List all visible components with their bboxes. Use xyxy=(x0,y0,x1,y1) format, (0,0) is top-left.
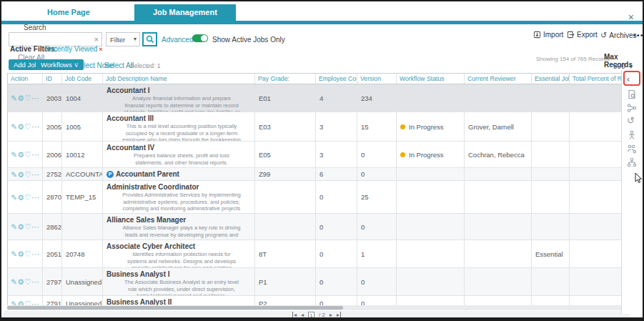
edit-icon[interactable]: ✎ xyxy=(11,277,17,286)
heart-icon[interactable]: ♡ xyxy=(24,222,31,231)
col-total-percent-remote[interactable]: Total Percent of Remote xyxy=(570,74,624,84)
table-row[interactable]: ✎⚙♡⋯ 2870 TEMP_15 Administrative Coordin… xyxy=(8,181,624,214)
edit-icon[interactable]: ✎ xyxy=(11,150,17,159)
filter-dropdown-value: Filter xyxy=(110,36,125,44)
next-page-button[interactable]: ▸ xyxy=(330,312,332,318)
row-description-cell: Accountant IV Prepares balance sheets, p… xyxy=(103,142,255,167)
col-current-reviewer[interactable]: Current Reviewer xyxy=(465,74,532,84)
edit-icon[interactable]: ✎ xyxy=(11,94,17,102)
col-employee-count[interactable]: Employee Count xyxy=(316,74,357,84)
col-action[interactable]: Action xyxy=(8,74,43,84)
row-essential-job xyxy=(532,112,570,141)
gear-icon[interactable]: ⚙ xyxy=(17,170,24,179)
col-workflow-status[interactable]: Workflow Status xyxy=(397,74,465,84)
col-job-code[interactable]: Job Code xyxy=(62,74,103,84)
tab-home-page[interactable]: Home Page xyxy=(29,4,109,21)
heart-icon[interactable]: ♡ xyxy=(24,94,31,102)
filter-chip-recently-viewed[interactable]: Recently Viewed× xyxy=(44,45,103,53)
table-row[interactable]: ✎⚙♡⋯ 2003 1004 Accountant I Analyze fina… xyxy=(8,84,624,112)
clear-search-icon[interactable]: × xyxy=(94,35,99,44)
gear-icon[interactable]: ⚙ xyxy=(17,94,24,102)
heart-icon[interactable]: ♡ xyxy=(24,122,31,131)
table-body: ✎⚙♡⋯ 2003 1004 Accountant I Analyze fina… xyxy=(8,84,624,309)
row-current-reviewer xyxy=(465,240,532,267)
import-label: Import xyxy=(543,31,563,39)
table-row[interactable]: ✎⚙♡⋯ 2006 10012 Accountant IV Prepares b… xyxy=(8,142,624,168)
workflow-icon[interactable] xyxy=(627,103,637,113)
show-active-jobs-toggle[interactable] xyxy=(192,34,208,42)
heart-icon[interactable]: ♡ xyxy=(24,170,31,179)
table-row[interactable]: ✎⚙♡⋯ 2051 20748 Associate Cyber Architec… xyxy=(8,240,624,268)
ellipsis-icon[interactable]: ⋯ xyxy=(31,193,39,202)
scrollbar-thumb[interactable] xyxy=(7,306,343,310)
gear-icon[interactable]: ⚙ xyxy=(17,150,24,159)
ellipsis-icon[interactable]: ⋯ xyxy=(31,122,39,131)
annotation-highlight xyxy=(623,71,640,86)
import-button[interactable]: Import xyxy=(533,31,563,39)
first-page-button[interactable]: ◂ xyxy=(292,312,297,318)
tab-job-management[interactable]: Job Management xyxy=(134,4,236,21)
row-workflow-status: In Progress xyxy=(397,112,465,141)
table-row[interactable]: ✎⚙♡⋯ 2005 1005 Accountant III This is a … xyxy=(8,112,624,142)
col-job-description-name[interactable]: Job Description Name xyxy=(103,74,255,84)
export-button[interactable]: Export xyxy=(567,31,598,39)
remove-filter-icon[interactable]: × xyxy=(99,46,102,53)
ellipsis-icon[interactable]: ⋯ xyxy=(31,94,39,102)
heart-icon[interactable]: ♡ xyxy=(24,150,31,159)
col-version[interactable]: Version xyxy=(357,74,397,84)
team-settings-icon[interactable] xyxy=(627,144,637,154)
row-total-percent-remote xyxy=(570,240,624,267)
max-records-dropdown[interactable]: 300▾ xyxy=(613,62,633,70)
collapse-panel-icon[interactable]: ‹ xyxy=(627,74,630,84)
table-row[interactable]: ✎⚙♡⋯ 2797 Unassigned Business Analyst I … xyxy=(8,268,624,296)
col-essential-job[interactable]: Essential Job xyxy=(532,74,570,84)
heart-icon[interactable]: ♡ xyxy=(24,250,31,258)
gear-icon[interactable]: ⚙ xyxy=(17,250,24,258)
edit-icon[interactable]: ✎ xyxy=(11,193,17,202)
more-options-button[interactable]: ••• xyxy=(633,31,644,39)
heart-icon[interactable]: ♡ xyxy=(24,277,31,286)
archives-button[interactable]: ↺ Archives xyxy=(600,31,637,40)
close-icon[interactable]: × xyxy=(628,13,634,21)
ellipsis-icon[interactable]: ⋯ xyxy=(31,277,39,286)
current-page-box[interactable]: 1 xyxy=(308,312,314,318)
row-description-cell: Administrative Coordinator Provides Admi… xyxy=(103,181,255,213)
search-input[interactable]: × xyxy=(9,32,102,46)
gear-icon[interactable]: ⚙ xyxy=(17,277,24,286)
prev-page-button[interactable]: ◂ xyxy=(301,312,304,318)
search-button[interactable] xyxy=(142,32,157,46)
position-person-icon[interactable] xyxy=(627,130,637,140)
heart-icon[interactable]: ♡ xyxy=(24,193,31,202)
advanced-link[interactable]: Advanced xyxy=(162,36,193,44)
row-current-reviewer xyxy=(465,214,532,239)
ellipsis-icon[interactable]: ⋯ xyxy=(31,170,39,179)
job-title: Accountant I xyxy=(106,87,150,94)
edit-icon[interactable]: ✎ xyxy=(11,122,17,131)
edit-icon[interactable]: ✎ xyxy=(11,170,17,179)
gear-icon[interactable]: ⚙ xyxy=(17,122,24,131)
horizontal-scrollbar[interactable] xyxy=(7,305,625,310)
table-row[interactable]: ✎⚙♡⋯ 2752 ACCOUNTANT PAccountant Parent … xyxy=(8,168,624,181)
filter-dropdown[interactable]: Filter ▾ xyxy=(106,32,140,46)
ellipsis-icon[interactable]: ⋯ xyxy=(31,250,39,258)
row-total-percent-remote xyxy=(570,142,624,167)
gear-icon[interactable]: ⚙ xyxy=(17,193,24,202)
edit-icon[interactable]: ✎ xyxy=(11,250,17,258)
row-actions: ✎⚙♡⋯ xyxy=(8,240,43,267)
last-page-button[interactable]: ▸ xyxy=(337,312,341,318)
edit-icon[interactable]: ✎ xyxy=(11,222,17,231)
gear-icon[interactable]: ⚙ xyxy=(17,222,24,231)
ellipsis-icon[interactable]: ⋯ xyxy=(31,222,39,231)
row-workflow-status xyxy=(397,268,465,295)
job-preview-icon[interactable] xyxy=(627,89,637,99)
ellipsis-icon[interactable]: ⋯ xyxy=(31,150,39,159)
row-employee-count: 6 xyxy=(316,168,357,180)
col-id[interactable]: ID xyxy=(43,74,62,84)
select-all-link[interactable]: Select All xyxy=(104,61,134,69)
table-row[interactable]: ✎⚙♡⋯ 2862 Alliance Sales Manager Allianc… xyxy=(8,214,624,240)
history-icon[interactable]: ↺ xyxy=(627,115,635,126)
org-chart-icon[interactable] xyxy=(627,157,637,167)
tab-bar: Home Page Job Management xyxy=(1,1,643,21)
col-pay-grade[interactable]: Pay Grade: xyxy=(255,74,316,84)
row-employee-count: 3 xyxy=(316,112,357,141)
